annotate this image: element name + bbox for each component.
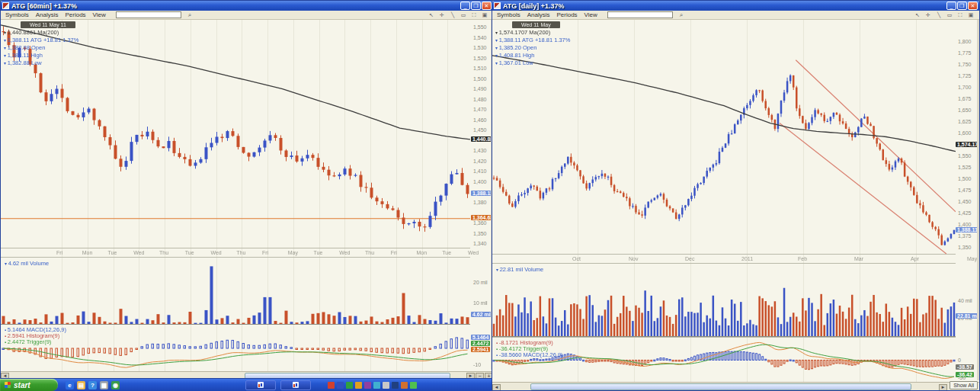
snapshot-tool-icon[interactable]: ⛶ xyxy=(470,12,478,18)
menu-symbols[interactable]: Symbols xyxy=(5,11,29,18)
titlebar[interactable]: ATG [daily] +1.37% _ ❐ ✕ xyxy=(492,1,979,11)
menu-periods[interactable]: Periods xyxy=(556,11,577,18)
price-axis-tick: 1,450 xyxy=(473,127,487,133)
price-axis-tick: 1,510 xyxy=(473,66,487,71)
quick-launch-icon-5[interactable]: ◉ xyxy=(111,381,120,389)
price-axis-tick: 1,350 xyxy=(473,231,487,236)
scrollbar-thumb[interactable] xyxy=(245,373,450,379)
search-input[interactable] xyxy=(116,11,181,18)
macd-axis-tick: 0 xyxy=(958,357,961,363)
pointer-tool-icon[interactable]: ↖ xyxy=(428,12,435,18)
macd-legend: 5.1464 MACD(12,26,9)2.5941 Histogram(9)2… xyxy=(5,327,66,345)
tray-icon-3[interactable] xyxy=(346,382,353,389)
pointer-tool-icon[interactable]: ↖ xyxy=(914,12,921,18)
tray-icon-1[interactable] xyxy=(328,382,335,389)
close-button[interactable]: ✕ xyxy=(482,2,492,10)
vertical-scrollbar[interactable] xyxy=(977,20,979,380)
tray-icon-9[interactable] xyxy=(401,382,408,389)
tray-icon-4[interactable] xyxy=(355,382,362,389)
price-axis-tick: 1,625 xyxy=(958,119,972,124)
x-axis-label: Tue xyxy=(108,250,117,255)
search-icon[interactable]: ⌕ xyxy=(188,11,191,19)
x-axis-label: Wed xyxy=(468,250,479,255)
quick-launch-icon-4[interactable]: ▦ xyxy=(100,381,108,389)
menu-analysis[interactable]: Analysis xyxy=(527,11,550,18)
menu-analysis[interactable]: Analysis xyxy=(36,11,59,18)
x-axis-label: May xyxy=(967,256,977,261)
x-axis-label: May xyxy=(288,250,298,255)
price-legend: 1,440.8861 Ma(200)1,388.11 ATG +18.81 1.… xyxy=(4,29,78,67)
tray-icon-5[interactable] xyxy=(364,382,371,389)
close-button[interactable]: ✕ xyxy=(968,2,978,10)
menubar: Symbols Analysis Periods View ⌕ ↖ ✛ ╲ ▭ … xyxy=(1,11,493,20)
maximize-button[interactable]: ❐ xyxy=(957,2,967,10)
macd-legend: -8.1721 Histogram(9)-36.4172 Trigger(9)-… xyxy=(496,340,563,358)
scrollbar-thumb[interactable] xyxy=(530,383,911,390)
x-axis-label: Dec xyxy=(685,256,694,261)
legend-row: 1,367.01 Low xyxy=(495,59,570,67)
titlebar[interactable]: ATG [60min] +1.37% _ ❐ ✕ xyxy=(1,1,493,11)
macd-axis-badge: -38.57 xyxy=(956,364,974,370)
crosshair-tool-icon[interactable]: ✛ xyxy=(924,12,932,18)
legend-row: 1,408.81 High xyxy=(495,52,570,59)
tray-icon-8[interactable] xyxy=(392,382,399,389)
menu-symbols[interactable]: Symbols xyxy=(497,11,520,18)
tray-icon-7[interactable] xyxy=(383,382,389,389)
price-axis-tick: 1,450 xyxy=(958,199,972,204)
menu-periods[interactable]: Periods xyxy=(65,11,85,18)
price-axis-tick: 1,375 xyxy=(958,233,972,239)
desktop: ATG [60min] +1.37% _ ❐ ✕ Symbols Analysi… xyxy=(0,0,980,391)
quick-launch-icon-2[interactable]: ▤ xyxy=(77,381,85,389)
legend-row: 1,388.11 ATG +18.81 1.37% xyxy=(495,37,570,44)
horizontal-scrollbar[interactable]: ◄ ► xyxy=(492,382,979,391)
line-tool-icon[interactable]: ╲ xyxy=(935,12,943,18)
price-axis-tick: 1,480 xyxy=(473,97,487,102)
quick-launch-icon-3[interactable]: ? xyxy=(88,381,97,389)
save-tool-icon[interactable]: ▣ xyxy=(967,12,975,18)
x-axis-label: Tue xyxy=(442,250,451,255)
legend-row: 1,382.88 Low xyxy=(4,59,78,67)
search-input[interactable] xyxy=(607,11,673,18)
price-axis-tick: 1,470 xyxy=(473,107,487,112)
price-axis-tick: 1,700 xyxy=(958,85,972,90)
crosshair-tool-icon[interactable]: ✛ xyxy=(438,12,446,18)
scroll-left-arrow[interactable]: ◄ xyxy=(492,384,501,391)
price-chart-canvas[interactable] xyxy=(1,20,470,371)
search-icon[interactable]: ⌕ xyxy=(680,11,683,19)
price-chart-canvas[interactable] xyxy=(492,20,956,382)
price-axis-tick: 1,425 xyxy=(958,210,972,216)
line-tool-icon[interactable]: ╲ xyxy=(449,12,456,18)
tray-icon-10[interactable] xyxy=(410,382,417,389)
minimize-button[interactable]: _ xyxy=(946,2,956,10)
legend-row: 1,385.20 Open xyxy=(495,44,570,52)
quick-launch-icon-1[interactable]: e xyxy=(66,381,74,389)
snapshot-tool-icon[interactable]: ⛶ xyxy=(956,12,964,18)
taskbar-window-button-2[interactable] xyxy=(280,380,311,390)
menu-view[interactable]: View xyxy=(584,11,597,18)
price-axis-tick: 1,550 xyxy=(958,153,972,159)
x-axis-label: Feb xyxy=(798,256,807,261)
tray-icon-6[interactable] xyxy=(373,382,380,389)
x-axis-label: Fri xyxy=(262,250,268,255)
horizontal-scrollbar[interactable]: ◄ ► − + xyxy=(1,371,493,379)
price-axis-tick: 1,520 xyxy=(473,56,487,61)
save-tool-icon[interactable]: ▣ xyxy=(481,12,488,18)
eraser-tool-icon[interactable]: ▭ xyxy=(946,12,953,18)
price-axis-tick: 1,410 xyxy=(473,168,487,174)
minimize-button[interactable]: _ xyxy=(460,2,470,10)
taskbar-window-button-1[interactable] xyxy=(245,380,276,390)
quick-launch-bar: e▤?▦◉ xyxy=(66,381,120,389)
menu-view[interactable]: View xyxy=(93,11,106,18)
show-all-button[interactable]: Show All xyxy=(950,381,978,389)
scroll-right-arrow[interactable]: ► xyxy=(466,373,475,380)
scroll-left-arrow[interactable]: ◄ xyxy=(1,373,9,380)
price-axis-badge: 1,388.11 xyxy=(956,227,979,232)
start-button[interactable]: start xyxy=(0,379,58,391)
price-legend: 1,574.1707 Ma(200)1,388.11 ATG +18.81 1.… xyxy=(495,29,570,67)
maximize-button[interactable]: ❐ xyxy=(471,2,481,10)
zoom-out-button[interactable]: − xyxy=(476,373,484,380)
eraser-tool-icon[interactable]: ▭ xyxy=(460,12,467,18)
scroll-right-arrow[interactable]: ► xyxy=(939,384,947,391)
x-axis-label: Apr xyxy=(911,256,919,261)
tray-icon-2[interactable] xyxy=(337,382,344,389)
